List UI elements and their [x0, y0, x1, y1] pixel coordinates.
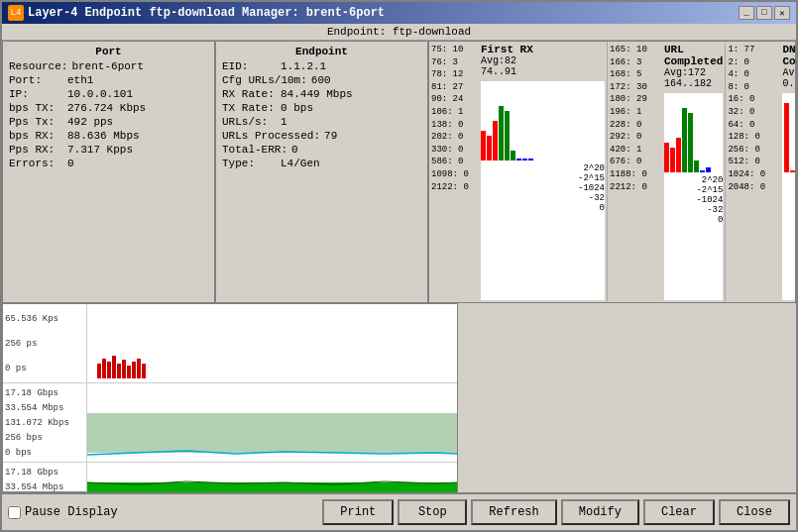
- resource-row-1: Port: eth1: [7, 73, 210, 87]
- clear-button[interactable]: Clear: [643, 499, 715, 525]
- resource-label-6: Pps RX:: [9, 144, 63, 156]
- svg-rect-21: [102, 359, 106, 378]
- dns-line-3: 8: 0: [728, 81, 778, 94]
- endpoint-panel: Endpoint EID: 1.1.2.1 Cfg URLs/10m: 600 …: [215, 41, 428, 303]
- window-title: Layer-4 Endpoint ftp-download Manager: b…: [28, 6, 385, 20]
- minimize-button[interactable]: _: [739, 6, 754, 20]
- resource-label-3: bps TX:: [9, 102, 63, 114]
- bot-graph-svg: [87, 463, 457, 492]
- url-completed-data: 165: 10 166: 3 168: 5 172: 30 180: 29 19…: [608, 42, 662, 302]
- svg-rect-15: [700, 170, 705, 172]
- first-rx-scale-2: -1024: [481, 183, 605, 193]
- bottom-graphs: 65.536 Kps 256 ps 0 ps: [2, 303, 458, 492]
- top-graph-svg: [87, 304, 457, 382]
- graph-labels-bot: 17.18 Gbps 33.554 Mbps 131.072 Kbps 256 …: [3, 463, 87, 492]
- ep-row-7: Type: L4/Gen: [220, 157, 423, 170]
- print-button[interactable]: Print: [322, 499, 394, 525]
- url-comp-line-9: 676: 0: [610, 156, 660, 168]
- svg-rect-22: [107, 362, 111, 378]
- resource-panel: Port Resource: brent-6port Port: eth1 IP…: [2, 41, 215, 303]
- graph-top-label-1: 256 ps: [5, 339, 84, 349]
- first-rx-line-8: 330: 0: [431, 144, 477, 157]
- svg-rect-7: [522, 159, 527, 160]
- first-rx-line-7: 202: 0: [431, 131, 477, 144]
- main-content: Port Resource: brent-6port Port: eth1 IP…: [2, 41, 796, 492]
- ep-label-6: Total-ERR:: [222, 144, 287, 156]
- url-comp-line-3: 172: 30: [610, 81, 660, 94]
- resource-value-1: eth1: [67, 74, 93, 86]
- endpoint-label: Endpoint: ftp-download: [2, 24, 796, 41]
- dns-line-8: 256: 0: [728, 144, 778, 157]
- ep-value-5: 79: [324, 130, 337, 142]
- resource-row-5: bps RX: 88.636 Mbps: [7, 129, 210, 143]
- main-window: L4 Layer-4 Endpoint ftp-download Manager…: [0, 0, 798, 532]
- dns-scale-4: 0: [782, 215, 796, 225]
- resource-panel-header: Port: [7, 46, 210, 57]
- url-completed-svg: [664, 93, 723, 172]
- resource-label-1: Port:: [9, 74, 63, 86]
- svg-rect-0: [481, 131, 486, 160]
- url-comp-line-1: 166: 3: [610, 56, 660, 69]
- pause-display-checkbox[interactable]: [8, 506, 21, 519]
- dns-complete-content: 1: 77 2: 0 4: 0 8: 0 16: 0 32: 0 64: 0 1…: [726, 42, 796, 302]
- pause-display-text: Pause Display: [25, 505, 118, 519]
- graph-bot-label-0: 17.18 Gbps: [5, 468, 84, 478]
- ep-value-6: 0: [291, 144, 298, 156]
- modify-button[interactable]: Modify: [561, 499, 639, 525]
- first-rx-line-0: 75: 10: [431, 44, 477, 56]
- first-rx-scale: 2^20 -2^15 -1024 -32 0: [481, 163, 605, 213]
- resource-label-7: Errors:: [9, 158, 63, 169]
- dns-line-6: 64: 0: [728, 119, 778, 132]
- stop-button[interactable]: Stop: [398, 499, 467, 525]
- endpoint-panel-header: Endpoint: [220, 46, 423, 57]
- graph-top-label-0: 65.536 Kps: [5, 314, 84, 324]
- svg-rect-4: [505, 111, 510, 160]
- graph-labels-top: 65.536 Kps 256 ps 0 ps: [3, 304, 87, 382]
- maximize-button[interactable]: □: [756, 6, 772, 20]
- graph-mid-label-1: 33.554 Mbps: [5, 403, 84, 413]
- dns-line-2: 4: 0: [728, 68, 778, 81]
- first-rx-scale-1: -2^15: [481, 173, 605, 183]
- dns-line-7: 128: 0: [728, 131, 778, 144]
- resource-row-0: Resource: brent-6port: [7, 59, 210, 73]
- pause-display-label[interactable]: Pause Display: [8, 505, 118, 519]
- resource-label-2: IP:: [9, 88, 63, 100]
- dns-line-11: 2048: 0: [728, 181, 778, 194]
- graph-canvas-bot: [87, 463, 457, 492]
- dns-line-9: 512: 0: [728, 156, 778, 168]
- url-comp-line-10: 1188: 0: [610, 168, 660, 181]
- ep-row-1: Cfg URLs/10m: 600: [220, 73, 423, 87]
- refresh-button[interactable]: Refresh: [471, 499, 556, 525]
- dns-line-10: 1024: 0: [728, 168, 778, 181]
- resource-row-7: Errors: 0: [7, 157, 210, 170]
- ep-label-3: TX Rate:: [222, 102, 277, 114]
- ep-row-0: EID: 1.1.2.1: [220, 59, 423, 73]
- svg-rect-24: [117, 364, 121, 378]
- dns-line-0: 1: 77: [728, 44, 778, 56]
- url-completed-range: 164..182: [664, 78, 723, 89]
- url-completed-title: URL Completed: [664, 44, 723, 67]
- svg-rect-17: [784, 103, 789, 172]
- ep-value-3: 0 bps: [281, 102, 313, 114]
- svg-rect-18: [790, 170, 795, 172]
- close-button-footer[interactable]: Close: [719, 499, 790, 525]
- dns-complete-stats: DNS Complete Avg:0 0..0 2^20: [780, 42, 796, 302]
- dns-scale-1: -2^15: [782, 185, 796, 195]
- dns-complete-range: 0..0: [782, 78, 796, 89]
- resource-row-4: Pps Tx: 492 pps: [7, 115, 210, 129]
- graph-mid-label-4: 0 bps: [5, 448, 84, 458]
- top-section: Port Resource: brent-6port Port: eth1 IP…: [2, 41, 796, 303]
- close-button[interactable]: ✕: [774, 6, 790, 20]
- title-bar: L4 Layer-4 Endpoint ftp-download Manager…: [2, 2, 796, 24]
- first-rx-title: First RX: [481, 44, 605, 55]
- first-rx-content: 75: 10 76: 3 78: 12 81: 27 90: 24 106: 1…: [429, 42, 607, 302]
- svg-rect-10: [670, 148, 675, 172]
- url-comp-scale-3: -32: [664, 205, 723, 215]
- url-completed-avg: Avg:172: [664, 67, 723, 78]
- url-completed-panel: 165: 10 166: 3 168: 5 172: 30 180: 29 19…: [608, 42, 726, 302]
- url-comp-line-4: 180: 29: [610, 93, 660, 106]
- graph-row-top: 65.536 Kps 256 ps 0 ps: [3, 304, 457, 383]
- url-comp-scale-4: 0: [664, 215, 723, 225]
- first-rx-line-1: 76: 3: [431, 56, 477, 69]
- ep-label-2: RX Rate:: [222, 88, 277, 100]
